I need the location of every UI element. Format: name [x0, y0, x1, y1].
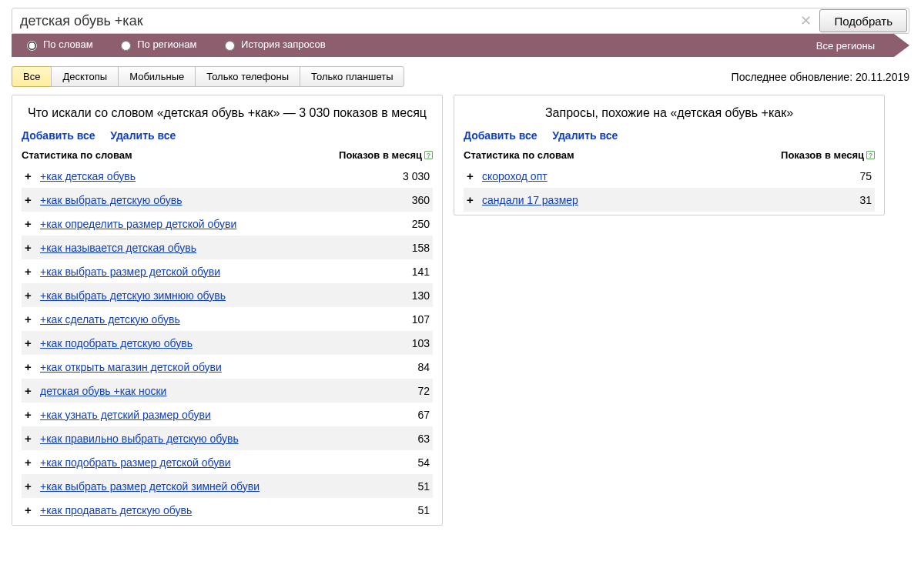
search-input[interactable]: [12, 10, 794, 32]
keyword-link[interactable]: +как подобрать размер детской обуви: [40, 456, 231, 469]
all-regions-link[interactable]: Все регионы: [816, 40, 875, 52]
device-tab-desktop[interactable]: Десктопы: [51, 66, 119, 87]
add-icon[interactable]: +: [25, 217, 40, 230]
count-value: 250: [353, 218, 430, 230]
count-value: 141: [353, 266, 430, 278]
left-add-all[interactable]: Добавить все: [22, 129, 95, 142]
count-value: 130: [353, 289, 430, 302]
count-value: 75: [795, 170, 872, 182]
add-icon[interactable]: +: [25, 193, 40, 206]
count-value: 3 030: [353, 170, 430, 182]
table-row: ++как подобрать детскую обувь103: [22, 331, 433, 355]
device-tabs: Все Десктопы Мобильные Только телефоны Т…: [12, 66, 404, 87]
table-row: ++как узнать детский размер обуви67: [22, 403, 433, 426]
radio-history[interactable]: История запросов: [221, 38, 326, 51]
right-add-all[interactable]: Добавить все: [464, 129, 538, 142]
keyword-link[interactable]: +как правильно выбрать детскую обувь: [40, 433, 239, 445]
radio-by-regions[interactable]: По регионам: [117, 38, 196, 51]
keyword-link[interactable]: +как продавать детскую обувь: [40, 504, 192, 516]
table-row: ++как выбрать детскую обувь360: [22, 188, 433, 212]
count-value: 51: [353, 480, 430, 493]
device-tab-mobile[interactable]: Мобильные: [118, 66, 196, 87]
add-icon[interactable]: +: [25, 289, 40, 302]
table-row: ++как сделать детскую обувь107: [22, 307, 433, 331]
table-row: ++как определить размер детской обуви250: [22, 212, 433, 236]
keyword-link[interactable]: +как выбрать детскую зимнюю обувь: [40, 289, 226, 302]
right-panel: Запросы, похожие на «детская обувь +как»…: [454, 95, 885, 215]
keyword-link[interactable]: +как называется детская обувь: [40, 242, 196, 254]
device-tab-tablets[interactable]: Только планшеты: [300, 66, 404, 87]
table-row: ++как правильно выбрать детскую обувь63: [22, 426, 433, 450]
submit-button[interactable]: Подобрать: [819, 9, 907, 32]
add-icon[interactable]: +: [25, 408, 40, 421]
left-col-count: Показов в месяц?: [325, 149, 433, 161]
add-icon[interactable]: +: [25, 479, 40, 493]
keyword-link[interactable]: детская обувь +как носки: [40, 385, 166, 397]
right-panel-title: Запросы, похожие на «детская обувь +как»: [464, 106, 875, 120]
radio-by-words-label: По словам: [43, 38, 93, 50]
add-icon[interactable]: +: [25, 456, 40, 469]
arrow-decor: [894, 34, 909, 57]
add-icon[interactable]: +: [25, 265, 40, 278]
search-type-radio-group: По словам По регионам История запросов: [23, 38, 347, 53]
keyword-link[interactable]: +как выбрать детскую обувь: [40, 194, 182, 206]
keyword-link[interactable]: +как выбрать размер детской зимней обуви: [40, 480, 260, 493]
keyword-link[interactable]: +как подобрать детскую обувь: [40, 337, 193, 349]
right-col-count: Показов в месяц?: [767, 149, 875, 161]
right-delete-all[interactable]: Удалить все: [552, 129, 618, 142]
device-tab-phones[interactable]: Только телефоны: [195, 66, 300, 87]
table-row: ++как открыть магазин детской обуви84: [22, 355, 433, 379]
count-value: 63: [353, 433, 430, 445]
table-row: ++как подобрать размер детской обуви54: [22, 450, 433, 474]
left-delete-all[interactable]: Удалить все: [110, 129, 176, 142]
table-row: ++как называется детская обувь158: [22, 236, 433, 259]
add-icon[interactable]: +: [25, 360, 40, 373]
count-value: 158: [353, 242, 430, 254]
last-update: Последнее обновление: 20.11.2019: [732, 71, 909, 83]
count-value: 51: [353, 504, 430, 516]
radio-by-words[interactable]: По словам: [23, 38, 93, 51]
help-icon[interactable]: ?: [866, 151, 875, 159]
add-icon[interactable]: +: [25, 241, 40, 254]
table-row: ++как выбрать размер детской обуви141: [22, 259, 433, 283]
count-value: 360: [353, 194, 430, 206]
search-bar: ✕ Подобрать: [12, 8, 909, 34]
table-row: ++как продавать детскую обувь51: [22, 498, 433, 522]
table-row: +сандали 17 размер31: [464, 188, 875, 212]
table-row: ++как детская обувь3 030: [22, 164, 433, 188]
add-icon[interactable]: +: [467, 169, 482, 182]
keyword-link[interactable]: +как сделать детскую обувь: [40, 313, 180, 326]
left-col-words: Статистика по словам: [22, 149, 325, 161]
add-icon[interactable]: +: [25, 384, 40, 397]
keyword-link[interactable]: +как открыть магазин детской обуви: [40, 361, 222, 373]
count-value: 54: [353, 456, 430, 469]
radio-by-regions-label: По регионам: [137, 38, 196, 50]
radio-history-label: История запросов: [241, 38, 326, 50]
table-row: ++как выбрать детскую зимнюю обувь130: [22, 283, 433, 307]
count-value: 103: [353, 337, 430, 349]
count-value: 67: [353, 409, 430, 421]
keyword-link[interactable]: +как определить размер детской обуви: [40, 218, 236, 230]
keyword-link[interactable]: +как выбрать размер детской обуви: [40, 266, 220, 278]
device-tab-all[interactable]: Все: [12, 66, 52, 87]
help-icon[interactable]: ?: [424, 151, 433, 159]
filter-bar: По словам По регионам История запросов В…: [12, 34, 909, 57]
add-icon[interactable]: +: [25, 336, 40, 349]
count-value: 84: [353, 361, 430, 373]
table-row: ++как выбрать размер детской зимней обув…: [22, 474, 433, 498]
clear-icon[interactable]: ✕: [794, 12, 818, 29]
table-row: +скороход опт75: [464, 164, 875, 188]
keyword-link[interactable]: +как детская обувь: [40, 170, 136, 182]
add-icon[interactable]: +: [25, 169, 40, 182]
keyword-link[interactable]: +как узнать детский размер обуви: [40, 409, 211, 421]
add-icon[interactable]: +: [25, 432, 40, 445]
add-icon[interactable]: +: [25, 312, 40, 326]
add-icon[interactable]: +: [467, 193, 482, 206]
count-value: 31: [795, 194, 872, 206]
count-value: 72: [353, 385, 430, 397]
keyword-link[interactable]: сандали 17 размер: [482, 194, 578, 206]
left-panel-title: Что искали со словом «детская обувь +как…: [22, 106, 433, 120]
add-icon[interactable]: +: [25, 503, 40, 516]
left-panel: Что искали со словом «детская обувь +как…: [12, 95, 443, 526]
keyword-link[interactable]: скороход опт: [482, 170, 548, 182]
